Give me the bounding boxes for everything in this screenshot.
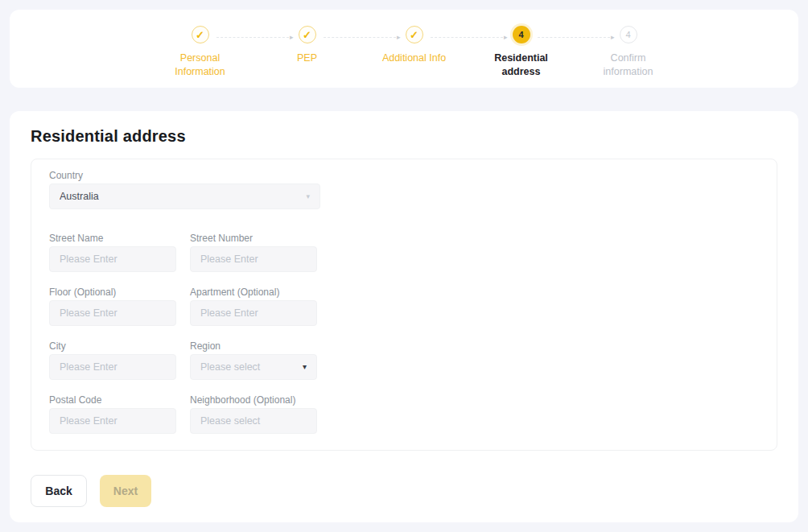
check-icon: ✓ bbox=[406, 26, 423, 43]
kyc-stepper: ✓ Personal Information ▸ ✓ PEP ▸ ✓ Addit… bbox=[146, 26, 682, 79]
step-connector: ▸ bbox=[216, 34, 294, 41]
region-input[interactable] bbox=[200, 361, 296, 373]
country-group: Country ▾ bbox=[49, 171, 759, 209]
step-confirm-information[interactable]: ▸ 4 Confirm information bbox=[575, 26, 682, 79]
back-button[interactable]: Back bbox=[31, 475, 87, 507]
country-select[interactable]: ▾ bbox=[49, 184, 320, 209]
country-label: Country bbox=[49, 171, 759, 181]
street-number-label: Street Number bbox=[190, 233, 317, 244]
postal-neighborhood-row: Postal Code Neighborhood (Optional) bbox=[49, 395, 759, 434]
step-label: Residential address bbox=[484, 52, 559, 79]
apartment-input[interactable] bbox=[200, 307, 307, 319]
city-field[interactable] bbox=[49, 354, 176, 380]
check-icon: ✓ bbox=[192, 26, 209, 43]
postal-code-input[interactable] bbox=[60, 415, 166, 427]
street-name-label: Street Name bbox=[49, 233, 176, 244]
residential-address-card: Residential address Country ▾ Street Nam… bbox=[10, 111, 798, 522]
dashed-line bbox=[538, 37, 610, 38]
neighborhood-input[interactable] bbox=[200, 415, 307, 427]
neighborhood-select[interactable] bbox=[190, 408, 317, 434]
form-actions: Back Next bbox=[31, 475, 151, 507]
chevron-down-icon: ▾ bbox=[306, 193, 310, 200]
step-number-badge: 4 bbox=[513, 26, 530, 43]
region-select[interactable]: ▾ bbox=[190, 354, 317, 380]
street-row: Street Name Street Number bbox=[49, 233, 759, 272]
dashed-line bbox=[216, 37, 289, 38]
postal-code-group: Postal Code bbox=[49, 395, 176, 434]
neighborhood-label: Neighborhood (Optional) bbox=[190, 395, 317, 406]
step-connector: ▸ bbox=[431, 34, 508, 41]
step-label: Additional Info bbox=[382, 52, 446, 65]
street-number-field[interactable] bbox=[190, 246, 317, 272]
check-icon: ✓ bbox=[299, 26, 316, 43]
apartment-field[interactable] bbox=[190, 300, 317, 326]
floor-group: Floor (Optional) bbox=[49, 287, 176, 326]
region-group: Region ▾ bbox=[190, 341, 317, 380]
arrow-right-icon: ▸ bbox=[290, 34, 294, 41]
postal-code-field[interactable] bbox=[49, 408, 176, 434]
next-button[interactable]: Next bbox=[100, 475, 151, 507]
apartment-group: Apartment (Optional) bbox=[190, 287, 317, 326]
city-group: City bbox=[49, 341, 176, 380]
step-number-badge: 4 bbox=[620, 26, 637, 43]
arrow-right-icon: ▸ bbox=[397, 34, 401, 41]
step-label: Confirm information bbox=[591, 52, 666, 79]
floor-input[interactable] bbox=[60, 307, 166, 319]
step-label: PEP bbox=[297, 52, 317, 65]
street-number-input[interactable] bbox=[200, 254, 307, 265]
city-region-row: City Region ▾ bbox=[49, 341, 759, 380]
chevron-down-icon: ▾ bbox=[303, 363, 307, 371]
street-number-group: Street Number bbox=[190, 233, 317, 272]
dashed-line bbox=[324, 37, 396, 38]
arrow-right-icon: ▸ bbox=[504, 34, 508, 41]
region-label: Region bbox=[190, 341, 317, 352]
street-name-input[interactable] bbox=[60, 254, 166, 265]
postal-code-label: Postal Code bbox=[49, 395, 176, 406]
street-name-group: Street Name bbox=[49, 233, 176, 272]
step-connector: ▸ bbox=[324, 34, 401, 41]
page-title: Residential address bbox=[31, 127, 186, 146]
step-connector: ▸ bbox=[538, 34, 615, 41]
floor-label: Floor (Optional) bbox=[49, 287, 176, 298]
apartment-label: Apartment (Optional) bbox=[190, 287, 317, 298]
address-form-panel: Country ▾ Street Name Street Number bbox=[31, 159, 777, 451]
dashed-line bbox=[431, 37, 503, 38]
floor-apartment-row: Floor (Optional) Apartment (Optional) bbox=[49, 287, 759, 326]
stepper-card: ✓ Personal Information ▸ ✓ PEP ▸ ✓ Addit… bbox=[10, 10, 798, 88]
street-name-field[interactable] bbox=[49, 246, 176, 272]
city-label: City bbox=[49, 341, 176, 352]
country-value[interactable] bbox=[60, 191, 299, 202]
city-input[interactable] bbox=[60, 361, 166, 373]
step-label: Personal Information bbox=[163, 52, 238, 79]
neighborhood-group: Neighborhood (Optional) bbox=[190, 395, 317, 434]
floor-field[interactable] bbox=[49, 300, 176, 326]
arrow-right-icon: ▸ bbox=[611, 34, 615, 41]
